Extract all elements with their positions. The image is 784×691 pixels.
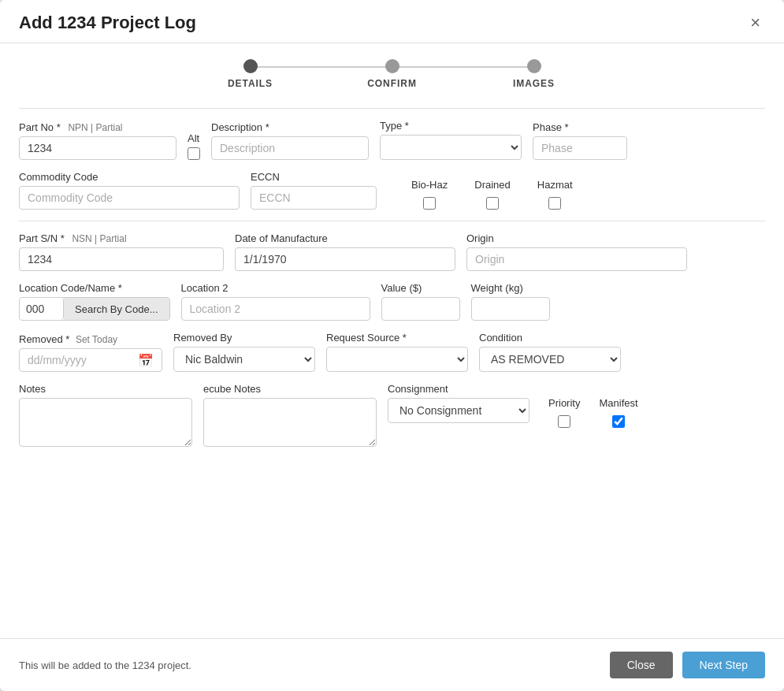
consignment-group: Consignment No Consignment xyxy=(388,383,529,423)
origin-input[interactable] xyxy=(466,247,687,271)
request-source-select[interactable] xyxy=(326,347,468,372)
condition-select[interactable]: AS REMOVED SERVICEABLE UNSERVICEABLE xyxy=(479,347,621,372)
next-step-button[interactable]: Next Step xyxy=(682,652,765,678)
consignment-label: Consignment xyxy=(388,383,529,395)
priority-group: Priority xyxy=(548,397,580,428)
removed-date-input[interactable] xyxy=(20,349,130,371)
dialog: Add 1234 Project Log × DETAILS CONFIRM I… xyxy=(0,0,784,691)
ecube-notes-label: ecube Notes xyxy=(203,383,377,395)
location2-group: Location 2 xyxy=(181,282,370,321)
part-sn-input[interactable] xyxy=(19,247,224,271)
value-input[interactable] xyxy=(381,297,460,321)
part-sn-label: Part S/N * NSN | Partial xyxy=(19,232,224,244)
commodity-code-input[interactable] xyxy=(19,186,240,210)
phase-group: Phase * xyxy=(533,121,627,160)
dom-label: Date of Manufacture xyxy=(235,232,455,244)
divider-1 xyxy=(19,108,765,109)
removed-by-label: Removed By xyxy=(173,332,315,344)
dialog-title: Add 1234 Project Log xyxy=(19,13,196,33)
biohaz-label: Bio-Haz xyxy=(411,179,448,191)
notes-label: Notes xyxy=(19,383,192,395)
calendar-icon[interactable]: 📅 xyxy=(130,353,162,368)
dialog-close-button[interactable]: × xyxy=(745,13,765,33)
consignment-select[interactable]: No Consignment xyxy=(388,398,529,423)
condition-label: Condition xyxy=(479,332,621,344)
location-code-input-wrap: Search By Code... xyxy=(19,297,170,321)
part-sn-group: Part S/N * NSN | Partial xyxy=(19,232,224,271)
commodity-code-label: Commodity Code xyxy=(19,171,240,183)
form-row-1: Part No * NPN | Partial Alt Description … xyxy=(19,120,765,160)
manifest-checkbox[interactable] xyxy=(612,415,625,428)
removed-by-select[interactable]: Nic Baldwin xyxy=(173,347,315,372)
eccn-group: ECCN xyxy=(251,171,377,210)
weight-input[interactable] xyxy=(471,297,550,321)
origin-group: Origin xyxy=(466,232,687,271)
drained-checkbox[interactable] xyxy=(486,197,499,210)
dialog-header: Add 1234 Project Log × xyxy=(0,0,784,43)
biohaz-checkbox[interactable] xyxy=(423,197,436,210)
eccn-input[interactable] xyxy=(251,186,377,210)
step-confirm-circle xyxy=(385,59,399,73)
dialog-footer: This will be added to the 1234 project. … xyxy=(0,638,784,691)
stepper: DETAILS CONFIRM IMAGES xyxy=(19,59,765,89)
removed-by-group: Removed By Nic Baldwin xyxy=(173,332,315,372)
manifest-label: Manifest xyxy=(599,397,637,409)
divider-2 xyxy=(19,221,765,221)
step-details: DETAILS xyxy=(180,59,321,89)
step-confirm: CONFIRM xyxy=(321,59,463,89)
eccn-label: ECCN xyxy=(251,171,377,183)
description-input[interactable] xyxy=(211,136,369,160)
form-row-6: Notes ecube Notes Consignment No Consign… xyxy=(19,383,765,447)
notes-group: Notes xyxy=(19,383,192,447)
weight-group: Weight (kg) xyxy=(471,282,550,321)
description-label: Description * xyxy=(211,121,369,133)
value-label: Value ($) xyxy=(381,282,460,294)
ecube-notes-textarea[interactable] xyxy=(203,398,377,447)
manifest-group: Manifest xyxy=(599,397,637,428)
notes-textarea[interactable] xyxy=(19,398,192,447)
step-details-circle xyxy=(243,59,258,73)
ecube-notes-group: ecube Notes xyxy=(203,383,377,447)
step-images-circle xyxy=(527,59,541,73)
step-images-label: IMAGES xyxy=(513,78,555,89)
weight-label: Weight (kg) xyxy=(471,282,550,294)
drained-group: Drained xyxy=(474,179,511,210)
alt-group: Alt xyxy=(188,132,200,160)
phase-input[interactable] xyxy=(533,136,627,160)
alt-label: Alt xyxy=(188,132,200,144)
location-code-input[interactable] xyxy=(20,298,64,320)
footer-note: This will be added to the 1234 project. xyxy=(19,659,191,671)
form-row-4: Location Code/Name * Search By Code... L… xyxy=(19,282,765,321)
location-code-group: Location Code/Name * Search By Code... xyxy=(19,282,170,321)
step-details-label: DETAILS xyxy=(228,78,273,89)
part-no-label: Part No * NPN | Partial xyxy=(19,121,176,133)
removed-date-wrap: 📅 xyxy=(19,348,162,372)
request-source-label: Request Source * xyxy=(326,332,468,344)
request-source-group: Request Source * xyxy=(326,332,468,372)
location-search-button[interactable]: Search By Code... xyxy=(64,298,169,320)
priority-label: Priority xyxy=(548,397,580,409)
removed-label: Removed * Set Today xyxy=(19,333,162,345)
type-label: Type * xyxy=(380,120,522,132)
hazmat-label: Hazmat xyxy=(537,179,573,191)
phase-label: Phase * xyxy=(533,121,627,133)
priority-checkbox[interactable] xyxy=(558,415,570,428)
condition-group: Condition AS REMOVED SERVICEABLE UNSERVI… xyxy=(479,332,621,372)
drained-label: Drained xyxy=(474,179,511,191)
type-group: Type * xyxy=(380,120,522,160)
dom-input[interactable] xyxy=(235,247,455,271)
close-button[interactable]: Close xyxy=(610,652,673,678)
removed-group: Removed * Set Today 📅 xyxy=(19,333,162,372)
location2-label: Location 2 xyxy=(181,282,370,294)
description-group: Description * xyxy=(211,121,369,160)
alt-checkbox[interactable] xyxy=(188,147,200,160)
location2-input[interactable] xyxy=(181,297,370,321)
biohaz-group: Bio-Haz xyxy=(411,179,448,210)
step-images: IMAGES xyxy=(463,59,605,89)
part-no-input[interactable] xyxy=(19,136,176,160)
form-row-5: Removed * Set Today 📅 Removed By Nic Bal… xyxy=(19,332,765,372)
value-group: Value ($) xyxy=(381,282,460,321)
type-select[interactable] xyxy=(380,135,522,160)
hazmat-checkbox[interactable] xyxy=(548,197,561,210)
origin-label: Origin xyxy=(466,232,687,244)
